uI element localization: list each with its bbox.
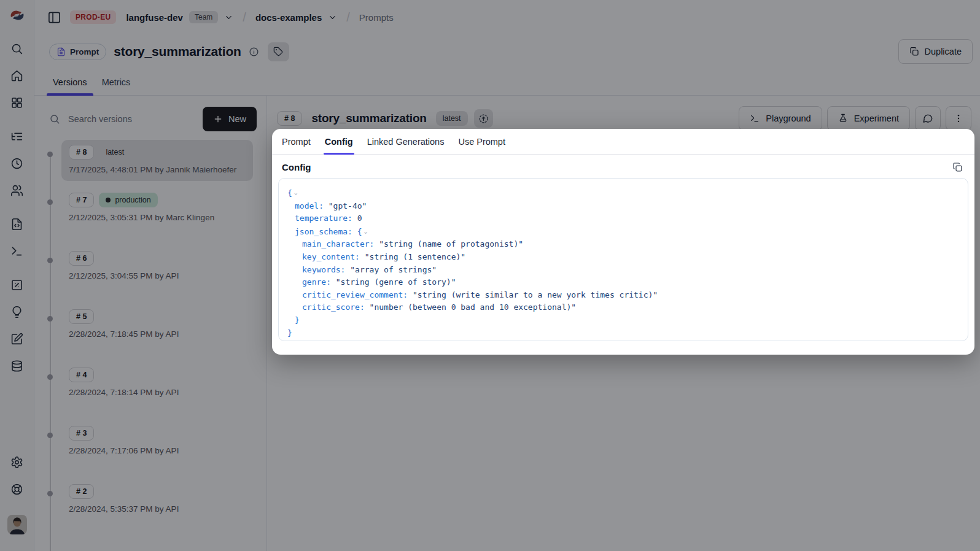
card-tab-use-prompt[interactable]: Use Prompt (458, 137, 505, 154)
json-value: "string (1 sentence)" (365, 252, 465, 261)
json-value: "string (write similar to a new york tim… (413, 290, 658, 299)
json-value: "array of strings" (350, 265, 437, 274)
config-json-line: } (287, 314, 959, 327)
json-key: keywords: (302, 265, 350, 274)
card-tab-config[interactable]: Config (325, 137, 353, 154)
prompt-card-tabs: PromptConfigLinked GenerationsUse Prompt (272, 129, 974, 155)
json-key: critic_review_comment: (302, 290, 413, 299)
json-key: main_character: (302, 239, 379, 249)
config-json-line: temperature: 0 (287, 212, 959, 225)
config-json-line: key_content: "string (1 sentence)" (287, 251, 959, 264)
prompt-detail-card: PromptConfigLinked GenerationsUse Prompt… (272, 129, 974, 355)
json-key: temperature: (295, 214, 357, 223)
json-brace: } (287, 328, 292, 337)
json-value: 0 (357, 214, 362, 223)
json-key: json_schema: (295, 227, 357, 236)
config-section-header: Config (272, 155, 974, 178)
json-value: "number (between 0 bad and 10 exceptiona… (370, 302, 577, 312)
card-tab-prompt[interactable]: Prompt (282, 137, 311, 154)
json-value: "string (name of protagonist)" (379, 239, 523, 249)
json-value: "string (genre of story)" (336, 277, 456, 287)
card-tab-linked-generations[interactable]: Linked Generations (367, 137, 445, 154)
config-json-line: } (287, 327, 959, 340)
config-json-line: keywords: "array of strings" (287, 264, 959, 277)
collapse-chevron-icon[interactable]: ⌄ (294, 189, 298, 196)
config-json-line: json_schema: {⌄ (287, 225, 959, 239)
json-brace: { (287, 188, 292, 198)
json-value: "gpt-4o" (329, 201, 367, 210)
json-brace: } (295, 315, 300, 325)
config-section-title: Config (282, 162, 311, 172)
copy-icon (952, 162, 963, 172)
config-json-line: critic_review_comment: "string (write si… (287, 289, 959, 302)
copy-config-button[interactable] (952, 162, 963, 172)
json-key: genre: (302, 277, 336, 287)
config-json-line: genre: "string (genre of story)" (287, 276, 959, 289)
config-json-viewer[interactable]: {⌄model: "gpt-4o"temperature: 0json_sche… (278, 178, 968, 341)
config-json-line: {⌄ (287, 187, 959, 200)
config-json-line: critic_score: "number (between 0 bad and… (287, 301, 959, 314)
json-key: key_content: (302, 252, 365, 261)
collapse-chevron-icon[interactable]: ⌄ (364, 228, 368, 234)
app-window: PROD-EU langfuse-dev Team / docs-example… (0, 0, 980, 551)
json-key: model: (295, 201, 329, 210)
json-key: critic_score: (302, 302, 370, 312)
config-json-line: model: "gpt-4o" (287, 200, 959, 213)
json-brace: { (357, 227, 362, 236)
config-json-line: main_character: "string (name of protago… (287, 238, 959, 251)
